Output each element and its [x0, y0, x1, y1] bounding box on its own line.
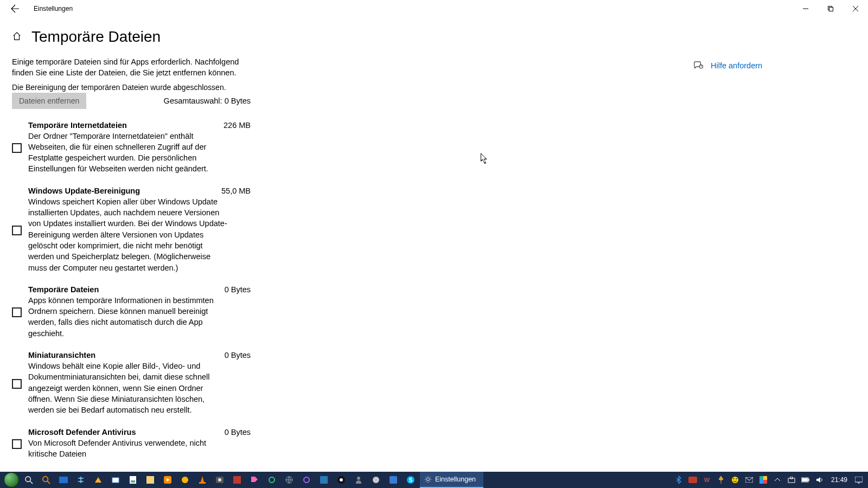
- taskbar-app-1[interactable]: [55, 472, 72, 487]
- taskbar[interactable]: S Einstellungen W 21:49: [0, 472, 868, 488]
- svg-rect-36: [763, 476, 767, 480]
- svg-point-33: [736, 478, 737, 479]
- taskbar-app-6[interactable]: [142, 472, 158, 487]
- taskbar-app-4[interactable]: [107, 472, 124, 487]
- svg-point-5: [42, 476, 47, 481]
- checkbox-defender[interactable]: [12, 439, 22, 449]
- svg-point-32: [733, 478, 734, 479]
- item-size: 0 Bytes: [225, 285, 251, 294]
- taskbar-app-13[interactable]: [264, 472, 280, 487]
- action-center-icon[interactable]: [853, 472, 865, 487]
- taskbar-app-8[interactable]: [177, 472, 193, 487]
- tray-volume-icon[interactable]: [814, 472, 826, 487]
- item-size: 0 Bytes: [225, 428, 251, 436]
- tray-power-icon[interactable]: [800, 472, 812, 487]
- pin-icon: [718, 476, 724, 484]
- maximize-button[interactable]: [818, 0, 843, 17]
- home-button[interactable]: [12, 31, 22, 43]
- taskbar-app-11[interactable]: [229, 472, 245, 487]
- tag-icon: [251, 476, 258, 484]
- minimize-button[interactable]: [793, 0, 818, 17]
- window-controls: [793, 0, 868, 17]
- svg-rect-7: [112, 478, 119, 483]
- checkbox-windows-update[interactable]: [12, 226, 22, 235]
- svg-point-31: [732, 477, 738, 483]
- app-icon: [390, 476, 397, 484]
- app-icon: [94, 476, 103, 484]
- help-link[interactable]: ? Hilfe anfordern: [693, 61, 829, 70]
- tray-mail-icon[interactable]: [743, 472, 755, 487]
- taskbar-app-9[interactable]: [194, 472, 210, 487]
- svg-rect-20: [320, 476, 328, 484]
- notification-icon: [855, 477, 863, 484]
- svg-rect-29: [688, 477, 697, 483]
- maximize-icon: [828, 6, 833, 11]
- item-title: Temporäre Dateien: [28, 285, 99, 294]
- tray-app-icon[interactable]: W: [701, 472, 713, 487]
- svg-point-23: [357, 477, 360, 480]
- search-button[interactable]: [21, 472, 37, 487]
- tray-chevron-icon[interactable]: [771, 472, 783, 487]
- taskbar-app-16[interactable]: [316, 472, 332, 487]
- checkbox-temp-files[interactable]: [12, 307, 22, 317]
- ethernet-icon: [788, 477, 795, 483]
- status-text: Die Bereinigung der temporären Dateien w…: [12, 83, 251, 92]
- cleanup-item: Temporäre Dateien 0 Bytes Apps können te…: [12, 285, 251, 339]
- tray-badge-icon[interactable]: [687, 472, 699, 487]
- taskbar-app-14[interactable]: [281, 472, 297, 487]
- taskbar-active-label: Einstellungen: [435, 476, 476, 483]
- taskbar-app-5[interactable]: [125, 472, 141, 487]
- taskbar-app-12[interactable]: [246, 472, 263, 487]
- taskbar-app-3[interactable]: [90, 472, 106, 487]
- cleanup-item: Microsoft Defender Antivirus 0 Bytes Von…: [12, 428, 251, 460]
- help-link-label: Hilfe anfordern: [711, 61, 762, 70]
- content-area: Einige temporäre Dateien sind für Apps e…: [0, 51, 868, 477]
- close-icon: [853, 6, 858, 11]
- everything-search-icon[interactable]: [38, 472, 54, 487]
- taskbar-app-7[interactable]: [159, 472, 176, 487]
- cleanup-item: Miniaturansichten 0 Bytes Windows behält…: [12, 351, 251, 415]
- taskbar-app-17[interactable]: [333, 472, 349, 487]
- app-icon: [59, 477, 68, 483]
- start-orb-icon: [4, 472, 19, 487]
- globe-icon: [285, 476, 293, 484]
- github-icon: [337, 476, 345, 484]
- person-icon: [355, 476, 362, 484]
- tray-app-icon-2[interactable]: [715, 472, 727, 487]
- item-description: Apps können temporäre Informationen in b…: [28, 295, 229, 339]
- start-button[interactable]: [3, 472, 20, 487]
- taskbar-app-2[interactable]: [73, 472, 89, 487]
- svg-rect-43: [802, 478, 808, 481]
- taskbar-app-15[interactable]: [298, 472, 315, 487]
- tray-security-icon[interactable]: [757, 472, 769, 487]
- svg-point-4: [25, 476, 30, 481]
- skype-icon[interactable]: S: [403, 472, 419, 487]
- taskbar-app-10[interactable]: [212, 472, 228, 487]
- tray-smiley-icon[interactable]: [729, 472, 741, 487]
- svg-point-28: [426, 478, 429, 480]
- svg-rect-25: [390, 476, 397, 484]
- app-icon: [130, 476, 136, 484]
- taskbar-left: S Einstellungen: [3, 472, 483, 488]
- gear-icon: [424, 476, 432, 483]
- taskbar-clock[interactable]: 21:49: [828, 476, 851, 484]
- taskbar-app-18[interactable]: [350, 472, 367, 487]
- taskbar-app-19[interactable]: [368, 472, 384, 487]
- taskbar-app-20[interactable]: [385, 472, 401, 487]
- app-title: Einstellungen: [34, 5, 73, 12]
- svg-point-24: [373, 477, 379, 483]
- mail-icon: [745, 477, 753, 483]
- back-button[interactable]: [7, 0, 24, 17]
- close-button[interactable]: [843, 0, 868, 17]
- bluetooth-icon[interactable]: [673, 472, 685, 487]
- item-description: Windows speichert Kopien aller über Wind…: [28, 196, 229, 273]
- back-arrow-icon: [11, 4, 20, 13]
- svg-rect-13: [199, 482, 206, 484]
- tray-network-icon[interactable]: [786, 472, 797, 487]
- checkbox-temp-internet[interactable]: [12, 143, 22, 153]
- intro-text: Einige temporäre Dateien sind für Apps e…: [12, 56, 251, 79]
- taskbar-active-settings[interactable]: Einstellungen: [420, 472, 483, 488]
- checkbox-thumbnails[interactable]: [12, 379, 22, 389]
- remove-files-button[interactable]: Dateien entfernen: [12, 93, 86, 109]
- camera-icon: [216, 477, 224, 483]
